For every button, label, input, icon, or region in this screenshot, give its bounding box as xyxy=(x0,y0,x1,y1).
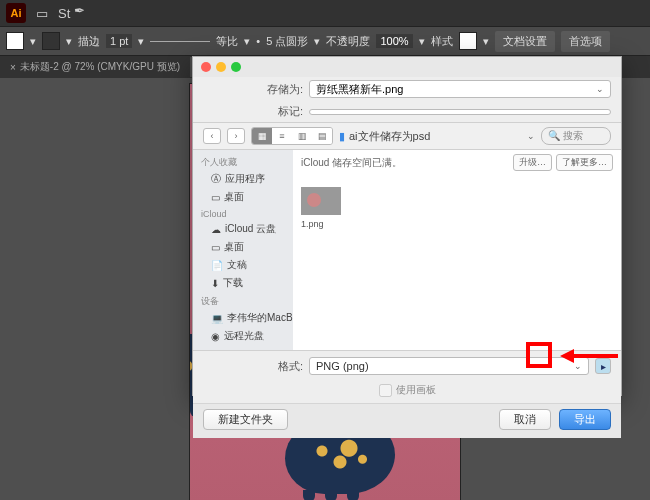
chevron-down-icon: ⌄ xyxy=(527,131,535,141)
view-mode-segment[interactable]: ▦ ≡ ▥ ▤ xyxy=(251,127,333,145)
dialog-titlebar xyxy=(193,57,621,77)
control-bar: ▾ ▾ 描边 1 pt ▾ 等比 ▾ • 5 点圆形 ▾ 不透明度 100% ▾… xyxy=(0,26,650,56)
fill-swatch[interactable] xyxy=(6,32,24,50)
dash-preview xyxy=(150,41,210,42)
apps-icon: Ⓐ xyxy=(211,172,221,186)
file-thumbnail[interactable] xyxy=(301,187,341,215)
upgrade-button[interactable]: 升级… xyxy=(513,154,552,171)
filename-field[interactable]: ⌄ xyxy=(309,80,611,98)
list-view-icon[interactable]: ≡ xyxy=(272,128,292,144)
column-view-icon[interactable]: ▥ xyxy=(292,128,312,144)
style-swatch[interactable] xyxy=(459,32,477,50)
format-label: 格式: xyxy=(203,359,303,374)
cancel-button[interactable]: 取消 xyxy=(499,409,551,430)
chevron-down-icon[interactable]: ⌄ xyxy=(596,84,604,94)
file-browser[interactable]: iCloud 储存空间已满。 升级… 了解更多… 1.png xyxy=(293,150,621,350)
sidebar-devices-header: 设备 xyxy=(193,292,293,309)
gallery-view-icon[interactable]: ▤ xyxy=(312,128,332,144)
desktop-icon: ▭ xyxy=(211,242,220,253)
cloud-icon: ☁ xyxy=(211,224,221,235)
sidebar-item-icloud-drive[interactable]: ☁iCloud 云盘 xyxy=(193,220,293,238)
folder-icon: ▮ xyxy=(339,130,345,143)
tags-field[interactable] xyxy=(309,109,611,115)
use-artboard-checkbox xyxy=(379,384,392,397)
sidebar: 个人收藏 Ⓐ应用程序 ▭桌面 iCloud ☁iCloud 云盘 ▭桌面 📄文稿… xyxy=(193,150,293,350)
tab-doc-1[interactable]: × 未标题-2 @ 72% (CMYK/GPU 预览) xyxy=(0,57,190,77)
close-icon[interactable] xyxy=(201,62,211,72)
annotation-arrow-icon xyxy=(560,346,620,366)
back-button[interactable]: ‹ xyxy=(203,128,221,144)
stroke-swatch[interactable] xyxy=(42,32,60,50)
folder-picker[interactable]: ▮ ai文件储存为psd ⌄ xyxy=(339,129,535,144)
dash-label: 等比 xyxy=(216,34,238,49)
export-button[interactable]: 导出 xyxy=(559,409,611,430)
download-icon: ⬇ xyxy=(211,278,219,289)
browser-toolbar: ‹ › ▦ ≡ ▥ ▤ ▮ ai文件储存为psd ⌄ 🔍 搜索 xyxy=(193,122,621,150)
bridge-icon[interactable]: ▭ xyxy=(36,6,48,21)
stock-icon[interactable]: St xyxy=(58,6,70,21)
app-menubar: Ai ▭ St ✒ xyxy=(0,0,650,26)
documents-icon: 📄 xyxy=(211,260,223,271)
sidebar-icloud-header: iCloud xyxy=(193,206,293,220)
doc-setup-button[interactable]: 文档设置 xyxy=(495,31,555,52)
laptop-icon: 💻 xyxy=(211,313,223,324)
prefs-button[interactable]: 首选项 xyxy=(561,31,610,52)
minimize-icon[interactable] xyxy=(216,62,226,72)
sidebar-item-desktop-2[interactable]: ▭桌面 xyxy=(193,238,293,256)
annotation-highlight-box xyxy=(526,342,552,368)
filename-input[interactable] xyxy=(316,83,596,95)
sidebar-item-desktop[interactable]: ▭桌面 xyxy=(193,188,293,206)
learn-more-button[interactable]: 了解更多… xyxy=(556,154,613,171)
opacity-label: 不透明度 xyxy=(326,34,370,49)
sidebar-item-applications[interactable]: Ⓐ应用程序 xyxy=(193,170,293,188)
file-thumbnail-label: 1.png xyxy=(301,219,613,229)
save-dialog: 存储为: ⌄ 标记: ‹ › ▦ ≡ ▥ ▤ ▮ ai文件储存为psd ⌄ 🔍 … xyxy=(192,56,622,396)
desktop-icon: ▭ xyxy=(211,192,220,203)
tags-label: 标记: xyxy=(203,104,303,119)
save-as-label: 存储为: xyxy=(203,82,303,97)
new-folder-button[interactable]: 新建文件夹 xyxy=(203,409,288,430)
icon-view-icon[interactable]: ▦ xyxy=(252,128,272,144)
sidebar-item-remote-disc[interactable]: ◉远程光盘 xyxy=(193,327,293,345)
stroke-weight[interactable]: 1 pt xyxy=(106,34,132,48)
sidebar-item-macbook[interactable]: 💻李伟华的MacB… xyxy=(193,309,293,327)
sidebar-favorites-header: 个人收藏 xyxy=(193,153,293,170)
sidebar-item-documents[interactable]: 📄文稿 xyxy=(193,256,293,274)
style-label: 样式 xyxy=(431,34,453,49)
app-logo: Ai xyxy=(6,3,26,23)
quill-icon[interactable]: ✒ xyxy=(74,3,85,18)
fwd-button[interactable]: › xyxy=(227,128,245,144)
icloud-alert: iCloud 储存空间已满。 升级… 了解更多… xyxy=(301,154,613,171)
opacity-value[interactable]: 100% xyxy=(376,34,412,48)
disc-icon: ◉ xyxy=(211,331,220,342)
zoom-icon[interactable] xyxy=(231,62,241,72)
svg-marker-1 xyxy=(560,349,574,363)
use-artboard-label: 使用画板 xyxy=(396,383,436,397)
search-input[interactable]: 🔍 搜索 xyxy=(541,127,611,145)
dash-preset[interactable]: 5 点圆形 xyxy=(266,34,308,49)
stroke-label: 描边 xyxy=(78,34,100,49)
sidebar-item-downloads[interactable]: ⬇下载 xyxy=(193,274,293,292)
